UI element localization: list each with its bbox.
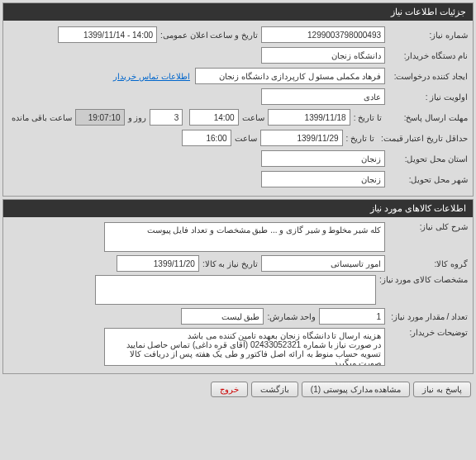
- time-label-1: ساعت: [239, 113, 268, 122]
- group-field: امور تاسیساتی: [261, 255, 385, 272]
- until-label: تا تاریخ :: [350, 113, 385, 122]
- qty-field: 1: [319, 308, 385, 325]
- unit-label: واحد شمارش:: [264, 312, 319, 321]
- need-date-field: 1399/11/20: [117, 255, 199, 272]
- section2-form: شرح کلی نیاز: کله شیر مخلوط و شیر گازی و…: [3, 217, 473, 373]
- specs-label: مشخصات کالای مورد نیاز:: [376, 275, 468, 284]
- until-label-2: تا تاریخ :: [343, 134, 378, 143]
- priority-label: اولویت نیاز :: [385, 92, 468, 102]
- section2-header: اطلاعات کالاهای مورد نیاز: [3, 200, 473, 217]
- unit-field: طبق لیست: [181, 308, 264, 325]
- button-bar: پاسخ به نیاز مشاهده مدارک پیوستی (1) باز…: [0, 377, 476, 402]
- notes-field: هزینه ارسال تا دانشگاه زنجان بعهده تامین…: [104, 328, 385, 366]
- announce-field: 14:00 - 1399/11/14: [58, 26, 157, 43]
- buyer-label: نام دستگاه خریدار:: [385, 51, 468, 60]
- notes-label: توضیحات خریدار:: [385, 328, 468, 337]
- desc-field: کله شیر مخلوط و شیر گازی و ... طبق مشخصا…: [104, 222, 385, 252]
- remaining-label: ساعت باقی مانده: [8, 113, 75, 122]
- city-field: زنجان: [261, 171, 385, 187]
- city-label: شهر محل تحویل:: [385, 175, 468, 184]
- attachments-button[interactable]: مشاهده مدارک پیوستی (1): [302, 382, 411, 397]
- desc-label: شرح کلی نیاز:: [385, 222, 468, 231]
- province-field: زنجان: [261, 150, 385, 167]
- validity-time-field: 16:00: [182, 130, 231, 146]
- goods-section: اطلاعات کالاهای مورد نیاز شرح کلی نیاز: …: [2, 199, 474, 374]
- deadline-time-field: 14:00: [189, 109, 239, 126]
- countdown-field: 19:07:10: [75, 109, 125, 126]
- group-label: گروه کالا:: [385, 259, 468, 268]
- need-number-field: 1299003798000493: [261, 26, 385, 43]
- deadline-date-field: 1399/11/18: [268, 109, 350, 126]
- validity-date-field: 1399/11/29: [260, 130, 343, 146]
- buyer-field: دانشگاه زنجان: [261, 47, 385, 64]
- exit-button[interactable]: خروج: [211, 382, 248, 397]
- respond-button[interactable]: پاسخ به نیاز: [413, 382, 471, 397]
- qty-label: تعداد / مقدار مورد نیاز:: [385, 312, 468, 321]
- time-label-2: ساعت: [231, 134, 260, 143]
- need-details-section: جزئیات اطلاعات نیاز شماره نیاز: 12990037…: [2, 2, 474, 197]
- creator-field: فرهاد مکملی مسئو ل کارپردازی دانشگاه زنج…: [195, 68, 385, 84]
- need-date-label: تاریخ نیاز به کالا:: [199, 259, 261, 268]
- need-number-label: شماره نیاز:: [385, 31, 468, 40]
- section1-form: شماره نیاز: 1299003798000493 تاریخ و ساع…: [3, 21, 473, 196]
- back-button[interactable]: بازگشت: [251, 382, 298, 397]
- validity-label: حداقل تاریخ اعتبار قیمت:: [378, 134, 468, 143]
- creator-label: ایجاد کننده درخواست:: [385, 72, 468, 81]
- specs-field: [95, 275, 376, 305]
- contact-link[interactable]: اطلاعات تماس خریدار: [108, 72, 195, 81]
- days-field: 3: [150, 109, 183, 126]
- priority-field: عادی: [261, 88, 385, 105]
- days-label: روز و: [125, 113, 150, 122]
- section1-header: جزئیات اطلاعات نیاز: [3, 3, 473, 21]
- deadline-label: مهلت ارسال پاسخ:: [385, 113, 468, 122]
- announce-label: تاریخ و ساعت اعلان عمومی:: [157, 31, 261, 40]
- province-label: استان محل تحویل:: [385, 154, 468, 164]
